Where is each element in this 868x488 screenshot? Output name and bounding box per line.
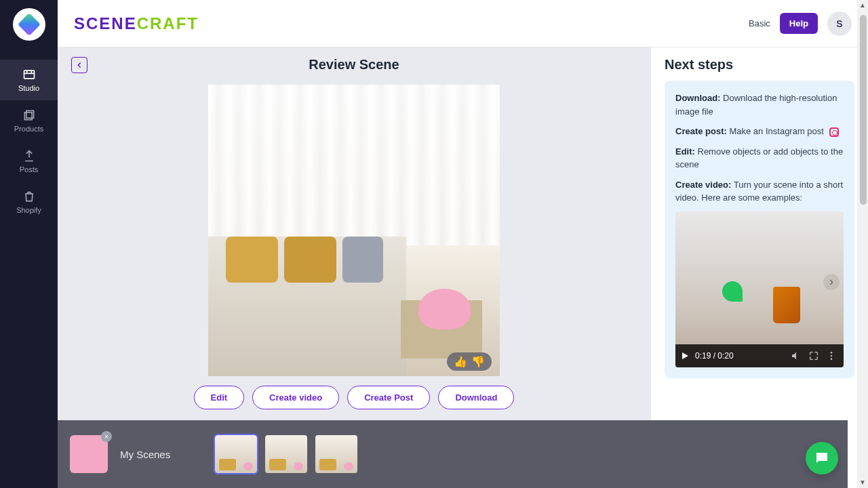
bottom-tray: × My Scenes [58, 420, 848, 488]
back-button[interactable] [71, 57, 87, 73]
example-video[interactable]: › 0:19 / 0:20 [675, 211, 844, 367]
app-logo[interactable] [13, 8, 45, 41]
chat-fab[interactable] [806, 442, 838, 474]
play-icon[interactable] [682, 352, 688, 359]
user-avatar[interactable]: S [827, 12, 852, 36]
nav-label: Posts [20, 165, 39, 174]
create-post-button[interactable]: Create Post [347, 386, 430, 409]
film-icon [22, 68, 36, 81]
video-time: 0:19 / 0:20 [695, 351, 734, 361]
create-video-button[interactable]: Create video [252, 386, 339, 409]
chat-icon [814, 450, 830, 466]
nav-products[interactable]: Products [0, 100, 58, 141]
topbar: SCENECRAFT Basic Help S [58, 0, 868, 47]
scene-preview-image: 👍 👎 [208, 85, 500, 376]
help-button[interactable]: Help [780, 13, 818, 34]
download-button[interactable]: Download [438, 386, 514, 409]
upload-icon [22, 149, 36, 163]
tray-label: My Scenes [120, 449, 170, 460]
scroll-down-arrow[interactable]: ▼ [857, 477, 868, 488]
tray-product-thumb[interactable]: × [70, 435, 108, 473]
step-edit: Edit: Remove objects or add objects to t… [675, 145, 844, 171]
scene-thumb-3[interactable] [315, 435, 357, 473]
step-create-video: Create video: Turn your scene into a sho… [675, 178, 844, 205]
page-title: Review Scene [309, 57, 399, 73]
svg-rect-4 [26, 110, 33, 118]
thumbs-down-icon[interactable]: 👎 [471, 355, 485, 368]
nav-shopify[interactable]: Shopify [0, 182, 58, 222]
volume-icon[interactable] [791, 350, 802, 361]
video-controls: 0:19 / 0:20 [675, 344, 844, 367]
scroll-thumb[interactable] [860, 15, 867, 205]
step-create-post: Create post: Make an Instagram post [675, 125, 844, 138]
layers-icon [22, 108, 36, 122]
more-icon[interactable] [826, 350, 837, 361]
plan-badge[interactable]: Basic [749, 18, 770, 28]
nav-posts[interactable]: Posts [0, 141, 58, 182]
main-area: SCENECRAFT Basic Help S Review Scene 👍 👎 [58, 0, 868, 488]
next-steps-callout: Download: Download the high-resolution i… [665, 81, 854, 378]
nav-label: Studio [18, 84, 39, 92]
svg-rect-5 [24, 113, 32, 120]
bag-icon [22, 190, 36, 203]
nav-label: Products [14, 125, 43, 133]
nav-label: Shopify [16, 206, 41, 214]
scroll-up-arrow[interactable]: ▲ [857, 0, 868, 11]
sidebar-title: Next steps [665, 57, 854, 73]
svg-point-7 [831, 354, 833, 357]
svg-point-8 [831, 358, 833, 360]
rating-pill: 👍 👎 [447, 352, 492, 371]
fullscreen-icon[interactable] [808, 350, 819, 361]
svg-rect-0 [24, 70, 34, 79]
action-row: Edit Create video Create Post Download [194, 386, 515, 409]
instagram-icon [829, 127, 839, 137]
chevron-left-icon [75, 60, 84, 70]
brand-wordmark: SCENECRAFT [74, 14, 199, 33]
left-nav-rail: Studio Products Posts Shopify [0, 0, 58, 488]
step-download: Download: Download the high-resolution i… [675, 92, 844, 118]
thumbs-up-icon[interactable]: 👍 [454, 355, 467, 368]
edit-button[interactable]: Edit [194, 386, 245, 409]
page-scrollbar[interactable]: ▲ ▼ [857, 0, 868, 488]
nav-studio[interactable]: Studio [0, 60, 58, 100]
close-icon[interactable]: × [101, 431, 112, 442]
svg-point-6 [831, 352, 833, 354]
scene-thumb-1[interactable] [215, 435, 257, 473]
tray-thumbnails [215, 435, 357, 473]
scene-thumb-2[interactable] [265, 435, 307, 473]
carousel-next-icon[interactable]: › [823, 274, 840, 290]
